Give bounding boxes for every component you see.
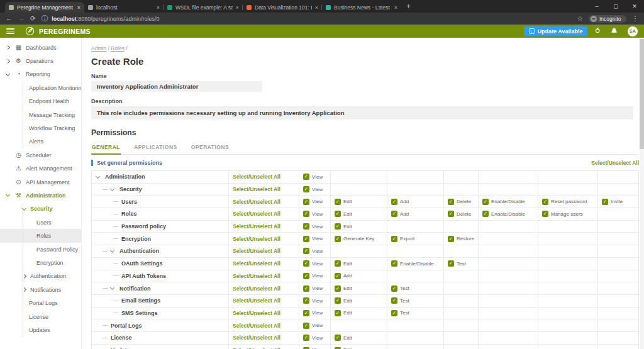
checkbox-invite[interactable]: ✓Invite bbox=[602, 199, 623, 205]
browser-tab[interactable]: WSDL file example: A sample SO× bbox=[164, 2, 243, 13]
checkbox-edit[interactable]: ✓Edit bbox=[335, 285, 352, 292]
chevron-down-icon[interactable] bbox=[111, 287, 118, 289]
checkbox-edit[interactable]: ✓Edit bbox=[335, 211, 352, 217]
notifications-bell-icon[interactable]: 🔔︎ bbox=[611, 28, 618, 35]
sidebar-item-alerts[interactable]: Alerts bbox=[0, 135, 81, 148]
sidebar-item-operations[interactable]: ⚙Operations bbox=[0, 54, 81, 67]
select-unselect-link[interactable]: Select/Unselect All bbox=[233, 236, 280, 242]
browser-tab[interactable]: Peregrine Management Portal× bbox=[5, 2, 84, 13]
maximize-icon[interactable]: ◻ bbox=[606, 0, 625, 13]
checkbox-delete[interactable]: ✓Delete bbox=[448, 199, 471, 205]
sidebar-item-encryption[interactable]: Encryption bbox=[0, 256, 81, 269]
hamburger-menu-icon[interactable] bbox=[6, 28, 14, 34]
tab-close-icon[interactable]: × bbox=[236, 4, 239, 11]
back-icon[interactable]: ← bbox=[6, 15, 13, 22]
sidebar-item-updates[interactable]: Updates bbox=[0, 323, 81, 336]
select-unselect-link[interactable]: Select/Unselect All bbox=[233, 260, 280, 267]
checkbox-view[interactable]: ✓View bbox=[303, 335, 323, 341]
checkbox-view[interactable]: ✓View bbox=[303, 211, 323, 217]
checkbox-delete[interactable]: ✓Delete bbox=[448, 211, 471, 217]
checkbox-enable-disable[interactable]: ✓Enable/Disable bbox=[391, 260, 434, 267]
checkbox-view[interactable]: ✓View bbox=[303, 310, 323, 316]
sidebar-item-reporting[interactable]: ◔Reporting bbox=[0, 68, 81, 81]
chevron-down-icon[interactable] bbox=[111, 250, 118, 252]
new-tab-button[interactable]: + bbox=[406, 2, 411, 11]
select-unselect-link[interactable]: Select/Unselect All bbox=[233, 199, 280, 205]
close-icon[interactable]: ✕ bbox=[625, 0, 644, 13]
tab-operations[interactable]: OPERATIONS bbox=[191, 141, 230, 154]
checkbox-view[interactable]: ✓View bbox=[303, 236, 323, 242]
checkbox-edit[interactable]: ✓Edit bbox=[335, 199, 352, 205]
avatar[interactable]: SA bbox=[628, 26, 638, 36]
address-bar[interactable]: ⓘ localhost:8080/peregrinems/admin/roles… bbox=[42, 15, 572, 22]
reload-icon[interactable]: ⟳ bbox=[30, 15, 36, 22]
checkbox-manage-users[interactable]: ✓Manage users bbox=[542, 211, 583, 217]
checkbox-edit[interactable]: ✓Edit bbox=[335, 297, 352, 304]
browser-tab[interactable]: Business News - Latest Headline× bbox=[322, 2, 401, 13]
checkbox-view[interactable]: ✓View bbox=[303, 174, 323, 180]
checkbox-add[interactable]: ✓Add bbox=[335, 273, 352, 279]
select-unselect-link[interactable]: Select/Unselect All bbox=[233, 297, 280, 304]
chevron-down-icon[interactable] bbox=[111, 189, 118, 191]
select-unselect-link[interactable]: Select/Unselect All bbox=[233, 174, 280, 180]
breadcrumb-link-roles[interactable]: Roles bbox=[111, 45, 125, 52]
tab-general[interactable]: GENERAL bbox=[91, 141, 121, 155]
sidebar-item-authentication[interactable]: Authentication bbox=[0, 270, 81, 283]
checkbox-view[interactable]: ✓View bbox=[303, 248, 323, 254]
checkbox-view[interactable]: ✓View bbox=[303, 223, 323, 230]
checkbox-view[interactable]: ✓View bbox=[303, 186, 323, 192]
tab-close-icon[interactable]: × bbox=[157, 4, 160, 11]
breadcrumb-link-admin[interactable]: Admin bbox=[91, 45, 106, 52]
checkbox-add[interactable]: ✓Add bbox=[391, 211, 409, 217]
checkbox-restore[interactable]: ✓Restore bbox=[448, 236, 474, 242]
sidebar-item-security[interactable]: Security bbox=[0, 202, 81, 216]
sidebar-item-notifications[interactable]: Notifications bbox=[0, 283, 81, 296]
sidebar-item-portal-logs[interactable]: Portal Logs bbox=[0, 296, 81, 309]
select-unselect-all-link[interactable]: Select/Unselect All bbox=[591, 160, 639, 166]
page-scrollbar[interactable] bbox=[640, 38, 644, 349]
select-unselect-link[interactable]: Select/Unselect All bbox=[233, 273, 280, 279]
checkbox-test[interactable]: ✓Test bbox=[391, 310, 409, 316]
checkbox-reset-password[interactable]: ✓Reset password bbox=[542, 199, 587, 205]
sidebar-item-workflow-tracking[interactable]: Workflow Tracking bbox=[0, 121, 81, 135]
sidebar-item-api-management[interactable]: ⊙API Management bbox=[0, 175, 81, 189]
checkbox-view[interactable]: ✓View bbox=[303, 273, 323, 279]
select-unselect-link[interactable]: Select/Unselect All bbox=[233, 186, 280, 192]
bookmark-star-icon[interactable]: ☆ bbox=[577, 15, 583, 22]
checkbox-edit[interactable]: ✓Edit bbox=[335, 223, 352, 230]
select-unselect-link[interactable]: Select/Unselect All bbox=[233, 335, 280, 341]
checkbox-view[interactable]: ✓View bbox=[303, 285, 323, 292]
checkbox-view[interactable]: ✓View bbox=[303, 323, 323, 329]
sidebar-item-password-policy[interactable]: Password Policy bbox=[0, 243, 81, 256]
checkbox-edit[interactable]: ✓Edit bbox=[335, 335, 352, 341]
sidebar-item-users[interactable]: Users bbox=[0, 216, 81, 229]
checkbox-edit[interactable]: ✓Edit bbox=[335, 260, 352, 267]
checkbox-view[interactable]: ✓View bbox=[303, 260, 323, 267]
select-unselect-link[interactable]: Select/Unselect All bbox=[233, 248, 280, 254]
history-icon[interactable]: ⥀ bbox=[595, 28, 600, 35]
checkbox-test[interactable]: ✓Test bbox=[391, 297, 409, 304]
checkbox-export[interactable]: ✓Export bbox=[391, 236, 414, 242]
scrollbar-thumb[interactable] bbox=[640, 39, 644, 149]
checkbox-enable-disable[interactable]: ✓Enable/Disable bbox=[482, 211, 525, 217]
select-unselect-link[interactable]: Select/Unselect All bbox=[233, 211, 280, 217]
sidebar-item-administration[interactable]: ⚒Administration bbox=[0, 189, 81, 202]
sidebar-item-alert-management[interactable]: ⚠Alert Management bbox=[0, 162, 81, 175]
sidebar-item-endpoint-health[interactable]: Endpoint Health bbox=[0, 95, 81, 108]
sidebar-item-scheduler[interactable]: ◷Scheduler bbox=[0, 148, 81, 162]
checkbox-generate-key[interactable]: ✓Generate Key bbox=[335, 236, 374, 242]
checkbox-edit[interactable]: ✓Edit bbox=[335, 310, 352, 316]
tab-close-icon[interactable]: × bbox=[315, 4, 318, 11]
sidebar-item-application-monitoring[interactable]: Application Monitoring bbox=[0, 81, 81, 94]
checkbox-view[interactable]: ✓View bbox=[303, 199, 323, 205]
sidebar-item-roles[interactable]: Roles bbox=[0, 229, 81, 242]
chevron-down-icon[interactable] bbox=[96, 176, 104, 178]
description-input[interactable]: This role includes permissions necessary… bbox=[91, 106, 633, 119]
checkbox-add[interactable]: ✓Add bbox=[391, 199, 409, 205]
select-unselect-link[interactable]: Select/Unselect All bbox=[233, 323, 280, 329]
forward-icon[interactable]: → bbox=[18, 15, 25, 22]
name-input[interactable]: Inventory Application Administrator bbox=[91, 81, 262, 92]
minimize-icon[interactable]: – bbox=[587, 0, 606, 13]
browser-tab[interactable]: Data Visualization 101: How to C× bbox=[243, 2, 322, 13]
checkbox-enable-disable[interactable]: ✓Enable/Disable bbox=[482, 199, 525, 205]
